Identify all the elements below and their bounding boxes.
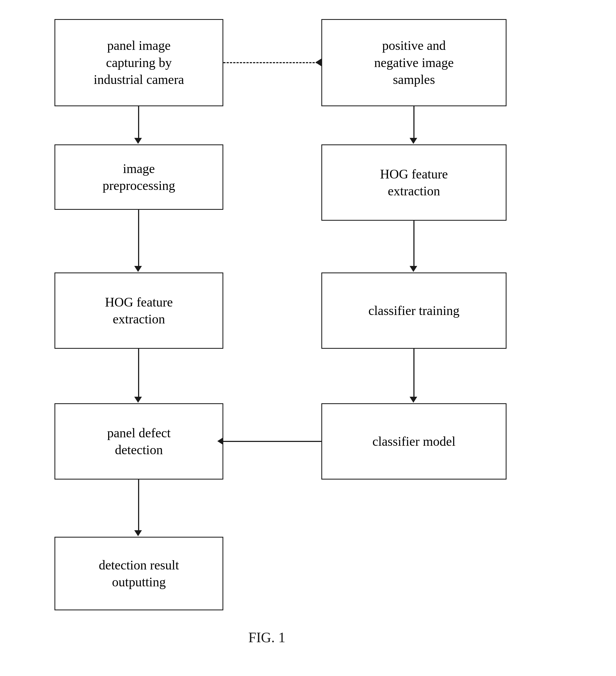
fig-label: FIG. 1 <box>212 629 321 645</box>
hog-feature-right-box: HOG feature extraction <box>321 145 506 221</box>
arrowhead-preprocess-to-hog-left <box>134 266 142 272</box>
hog-feature-right-label: HOG feature extraction <box>380 166 448 200</box>
panel-image-label: panel image capturing by industrial came… <box>94 37 184 88</box>
panel-defect-box: panel defect detection <box>55 403 223 480</box>
arrow-hog-right-to-classifier <box>413 221 415 267</box>
detection-result-label: detection result outputting <box>99 557 179 591</box>
arrowhead-classifier-to-model <box>410 397 417 403</box>
arrow-model-to-defect <box>223 441 322 442</box>
arrowhead-hog-left-to-defect <box>134 397 142 403</box>
arrow-preprocess-to-hog-left <box>138 210 139 267</box>
detection-result-box: detection result outputting <box>55 537 223 610</box>
panel-image-box: panel image capturing by industrial came… <box>55 19 223 106</box>
arrow-panel-to-preprocess <box>138 106 139 139</box>
classifier-training-label: classifier training <box>368 302 460 319</box>
arrowhead-dashed <box>315 59 321 66</box>
arrowhead-defect-to-result <box>134 530 142 536</box>
arrow-pos-neg-to-hog-right <box>413 106 415 139</box>
classifier-training-box: classifier training <box>321 273 506 349</box>
image-preprocessing-box: image preprocessing <box>55 145 223 210</box>
arrowhead-pos-neg-to-hog-right <box>410 138 417 144</box>
positive-negative-box: positive and negative image samples <box>321 19 506 106</box>
arrow-classifier-to-model <box>413 349 415 398</box>
hog-feature-left-box: HOG feature extraction <box>55 273 223 349</box>
classifier-model-box: classifier model <box>321 403 506 480</box>
arrowhead-model-to-defect <box>217 437 223 445</box>
hog-feature-left-label: HOG feature extraction <box>105 294 173 328</box>
panel-defect-label: panel defect detection <box>107 425 171 459</box>
image-preprocessing-label: image preprocessing <box>103 160 175 194</box>
positive-negative-label: positive and negative image samples <box>374 37 454 88</box>
classifier-model-label: classifier model <box>372 433 455 450</box>
diagram-container: panel image capturing by industrial came… <box>22 11 594 651</box>
arrow-defect-to-result <box>138 480 139 531</box>
arrowhead-panel-to-preprocess <box>134 138 142 144</box>
arrow-hog-left-to-defect <box>138 349 139 398</box>
arrowhead-hog-right-to-classifier <box>410 266 417 272</box>
dashed-arrow-panel-to-pos <box>223 62 321 63</box>
